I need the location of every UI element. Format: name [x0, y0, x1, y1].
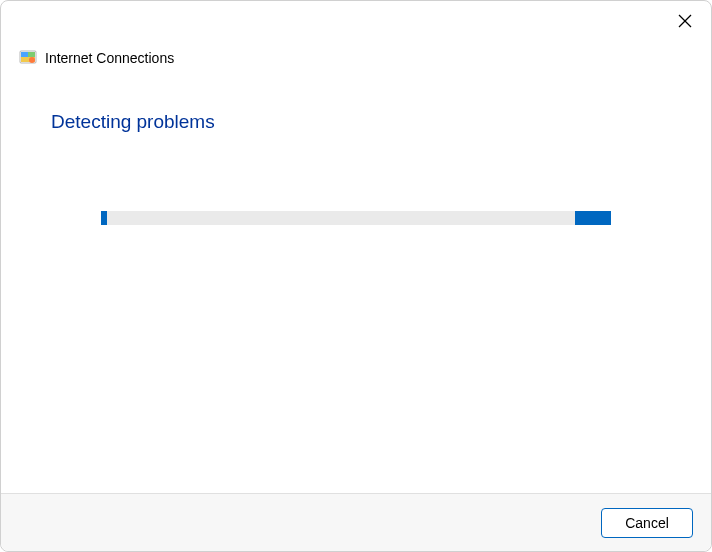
svg-rect-3	[21, 52, 28, 57]
progress-segment	[575, 211, 611, 225]
svg-point-6	[29, 57, 35, 63]
header: Internet Connections	[1, 1, 711, 67]
progress-bar	[101, 211, 611, 225]
header-title: Internet Connections	[45, 50, 174, 66]
close-icon	[678, 14, 692, 32]
troubleshooter-window: Internet Connections Detecting problems …	[0, 0, 712, 552]
close-button[interactable]	[675, 13, 695, 33]
svg-rect-4	[28, 52, 35, 57]
footer: Cancel	[1, 493, 711, 551]
progress-segment	[101, 211, 107, 225]
page-heading: Detecting problems	[51, 111, 661, 133]
network-troubleshoot-icon	[19, 49, 37, 67]
cancel-button[interactable]: Cancel	[601, 508, 693, 538]
content-area: Detecting problems	[1, 67, 711, 493]
